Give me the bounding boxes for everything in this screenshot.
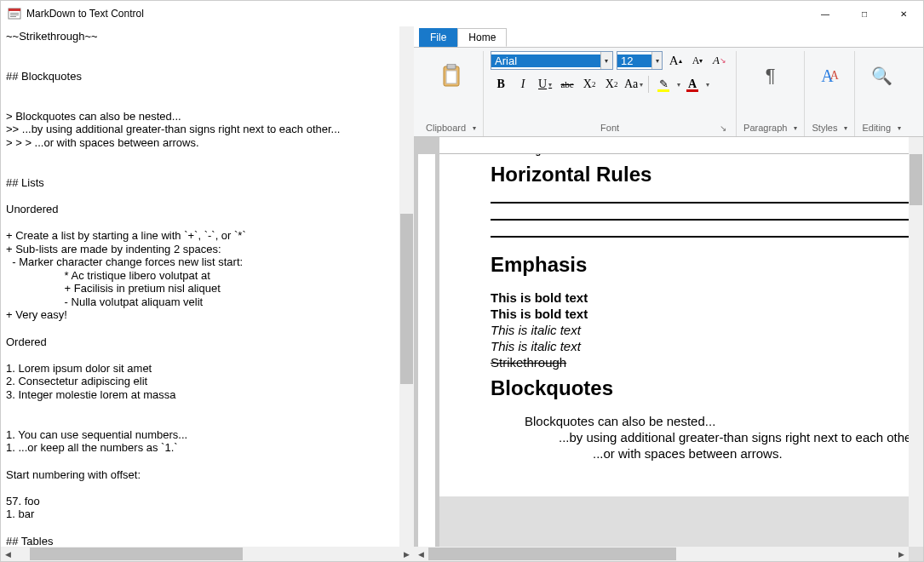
bold-button[interactable]: B [491, 75, 511, 94]
font-color-button[interactable]: A [682, 75, 703, 94]
app-window: MarkDown to Text Control — □ ✕ ~~Striket… [0, 0, 924, 562]
document-editor[interactable]: h6 Heading Horizontal Rules Emphasis Thi… [414, 137, 923, 561]
group-label-editing: Editing [862, 123, 891, 133]
horizontal-rule [491, 219, 909, 221]
font-size-combo[interactable]: ▾ [617, 51, 663, 70]
horizontal-rule [491, 202, 909, 204]
svg-rect-4 [10, 16, 16, 17]
paste-button[interactable] [433, 51, 469, 100]
clear-formatting-button[interactable]: A↘ [710, 51, 729, 70]
group-label-font: Font [600, 123, 619, 133]
heading-6: h6 Heading [491, 154, 909, 156]
clipboard-icon [438, 62, 465, 89]
styles-button[interactable]: AA [812, 51, 847, 100]
group-label-styles: Styles [812, 123, 837, 133]
editor-vertical-scrollbar[interactable] [909, 137, 923, 547]
source-vertical-scrollbar[interactable] [399, 26, 414, 547]
blockquote-level-2: ...by using additional greater-than sign… [559, 430, 909, 444]
horizontal-rule [491, 236, 909, 238]
ribbon-tabstrip: File Home [414, 26, 923, 47]
italic-text: This is italic text [491, 323, 909, 337]
shrink-font-button[interactable]: A▾ [688, 51, 707, 70]
group-clipboard: Clipboard ▾ [419, 51, 484, 136]
group-label-paragraph: Paragraph [743, 123, 787, 133]
horizontal-ruler[interactable] [414, 137, 909, 154]
subscript-button[interactable]: X2 [579, 75, 600, 94]
find-icon: 🔍 [868, 62, 895, 89]
blockquote-level-3: ...or with spaces between arrows. [593, 446, 909, 461]
tab-file[interactable]: File [419, 28, 457, 47]
chevron-down-icon[interactable]: ▾ [898, 124, 901, 132]
vertical-ruler[interactable] [414, 154, 439, 547]
svg-rect-2 [10, 13, 19, 14]
tab-home[interactable]: Home [457, 28, 507, 47]
font-name-input[interactable] [491, 54, 600, 67]
styles-icon: AA [816, 62, 843, 89]
scrollbar-thumb[interactable] [910, 154, 922, 205]
markdown-source-text[interactable]: ~~Strikethrough~~ ## Blockquotes > Block… [1, 26, 414, 547]
maximize-button[interactable]: □ [845, 1, 884, 26]
ribbon: Clipboard ▾ ▾ ▾ [414, 47, 923, 137]
chevron-down-icon[interactable]: ▾ [794, 124, 797, 132]
app-icon [8, 7, 21, 20]
scroll-right-button[interactable]: ▶ [894, 547, 909, 561]
font-dialog-launcher[interactable]: ↘ [717, 122, 729, 134]
close-button[interactable]: ✕ [884, 1, 923, 26]
paragraph-button[interactable]: ¶ [753, 51, 789, 100]
group-styles: AA Styles ▾ [805, 51, 855, 136]
font-size-input[interactable] [617, 54, 651, 67]
svg-rect-3 [10, 14, 19, 15]
document-page[interactable]: h6 Heading Horizontal Rules Emphasis Thi… [439, 154, 909, 496]
scroll-right-button[interactable]: ▶ [399, 547, 414, 561]
bold-text: This is bold text [491, 290, 909, 305]
chevron-down-icon[interactable]: ▾ [677, 81, 680, 89]
svg-rect-6 [447, 64, 456, 69]
group-font: ▾ ▾ A▴ A▾ A↘ [484, 51, 737, 136]
svg-rect-7 [446, 71, 456, 83]
titlebar: MarkDown to Text Control — □ ✕ [1, 1, 923, 26]
scroll-left-button[interactable]: ◀ [1, 547, 15, 561]
heading-blockquotes: Blockquotes [491, 376, 909, 400]
strikethrough-text: Strikethrough [491, 355, 909, 370]
blockquote-level-1: Blockquotes can also be nested... [525, 414, 909, 428]
editing-button[interactable]: 🔍 [864, 51, 899, 100]
scroll-left-button[interactable]: ◀ [414, 547, 428, 561]
font-name-combo[interactable]: ▾ [491, 51, 613, 70]
group-paragraph: ¶ Paragraph ▾ [737, 51, 805, 136]
strikethrough-button[interactable]: abc [557, 75, 577, 94]
italic-button[interactable]: I [513, 75, 533, 94]
minimize-button[interactable]: — [806, 1, 845, 26]
heading-emphasis: Emphasis [491, 253, 909, 277]
chevron-down-icon[interactable]: ▾ [844, 124, 847, 132]
editor-pane: File Home Clipboard ▾ [414, 26, 923, 561]
chevron-down-icon[interactable]: ▾ [473, 124, 476, 132]
pilcrow-icon: ¶ [757, 62, 784, 89]
chevron-down-icon[interactable]: ▾ [706, 81, 709, 89]
source-horizontal-scrollbar[interactable]: ◀ ▶ [1, 547, 414, 561]
group-editing: 🔍 Editing ▾ [855, 51, 908, 136]
scrollbar-thumb[interactable] [30, 548, 243, 560]
scrollbar-thumb[interactable] [400, 214, 413, 384]
scrollbar-thumb[interactable] [428, 548, 676, 560]
heading-horizontal-rules: Horizontal Rules [491, 163, 909, 186]
italic-text: This is italic text [491, 339, 909, 353]
underline-button[interactable]: U▾ [535, 75, 555, 94]
highlight-color-button[interactable]: ✎ [653, 75, 674, 94]
grow-font-button[interactable]: A▴ [666, 51, 685, 70]
editor-horizontal-scrollbar[interactable]: ◀ ▶ [414, 547, 909, 561]
chevron-down-icon[interactable]: ▾ [651, 52, 662, 69]
svg-rect-1 [9, 9, 20, 11]
chevron-down-icon[interactable]: ▾ [600, 52, 612, 69]
group-label-clipboard: Clipboard [426, 123, 466, 133]
superscript-button[interactable]: X2 [601, 75, 622, 94]
bold-text: This is bold text [491, 307, 909, 321]
source-pane: ~~Strikethrough~~ ## Blockquotes > Block… [1, 26, 414, 561]
window-title: MarkDown to Text Control [26, 8, 144, 20]
change-case-button[interactable]: Aa▾ [623, 75, 644, 94]
